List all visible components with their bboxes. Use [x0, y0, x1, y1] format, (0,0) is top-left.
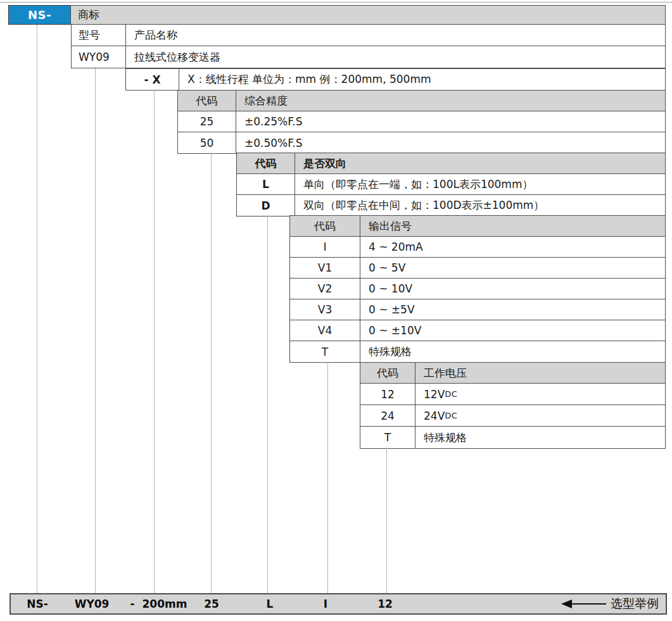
- code-header-cell: 代码: [290, 216, 360, 236]
- table-row: T 特殊规格: [290, 341, 665, 362]
- table-row: 50 ±0.50%F.S: [178, 132, 665, 153]
- value-cell: 特殊规格: [415, 427, 665, 448]
- voltage-header-cell: 工作电压: [415, 363, 665, 383]
- table-row: V4 0 ~ ±10V: [290, 320, 665, 341]
- table-row: L 单向（即零点在一端，如：100L表示100mm）: [237, 174, 665, 195]
- value-cell: 0 ~ ±5V: [360, 299, 665, 320]
- example-caption: 选型举例: [611, 596, 659, 612]
- value-cell: 0 ~ ±10V: [360, 320, 665, 341]
- connector-line-accuracy: [211, 153, 212, 593]
- top-divider: [0, 2, 672, 3]
- example-caption-group: 选型举例: [561, 594, 659, 613]
- table-row: V2 0 ~ 10V: [290, 279, 665, 299]
- code-cell: 25: [178, 111, 236, 132]
- code-header-cell: 代码: [178, 91, 236, 111]
- example-output: I: [324, 594, 327, 613]
- ordering-example-bar: NS- WY09 - 200mm 25 L I 12 选型举例: [10, 593, 667, 615]
- table-row: 25 ±0.25%F.S: [178, 111, 665, 132]
- trademark-label: 商标: [78, 8, 99, 22]
- code-cell: L: [237, 174, 295, 194]
- table-row: I 4 ~ 20mA: [290, 237, 665, 258]
- arrow-tail-line: [572, 603, 606, 605]
- table-row: D 双向（即零点在中间，如：100D表示±100mm）: [237, 195, 665, 216]
- code-cell: V3: [290, 299, 360, 320]
- value-cell: 24VDC: [415, 405, 665, 426]
- table-header-row: 代码 输出信号: [290, 216, 665, 237]
- table-row: V3 0 ~ ±5V: [290, 299, 665, 320]
- code-cell: 50: [178, 132, 236, 153]
- voltage-dc-suffix: DC: [445, 389, 457, 399]
- voltage-value: 12V: [424, 388, 445, 401]
- accuracy-header-cell: 综合精度: [236, 91, 665, 111]
- connector-line-stroke: [154, 90, 155, 593]
- example-stroke: 200mm: [143, 594, 187, 613]
- model-header-cell: 型号: [72, 25, 126, 46]
- table-row: V1 0 ~ 5V: [290, 258, 665, 279]
- table-row: 24 24VDC: [360, 405, 665, 427]
- output-signal-table: 代码 输出信号 I 4 ~ 20mA V1 0 ~ 5V V2 0 ~ 10V …: [289, 215, 666, 363]
- example-separator: -: [130, 594, 134, 613]
- example-voltage: 12: [377, 594, 393, 613]
- direction-header-cell: 是否双向: [295, 153, 665, 173]
- table-header-row: 代码 工作电压: [360, 363, 665, 384]
- table-header-row: 型号 产品名称: [72, 25, 665, 46]
- table-row: - X X：线性行程 单位为：mm 例：200mm, 500mm: [126, 69, 665, 90]
- example-accuracy: 25: [204, 594, 219, 613]
- table-row: T 特殊规格: [360, 427, 665, 448]
- model-code-cell: WY09: [72, 46, 126, 68]
- stroke-code-cell: - X: [126, 69, 179, 90]
- table-row: 12 12VDC: [360, 384, 665, 405]
- model-prefix-box: NS-: [8, 5, 71, 25]
- table-header-row: 代码 综合精度: [178, 91, 665, 111]
- value-cell: ±0.25%F.S: [236, 111, 665, 132]
- code-cell: D: [237, 195, 295, 216]
- value-cell: 单向（即零点在一端，如：100L表示100mm）: [295, 174, 665, 194]
- value-cell: ±0.50%F.S: [236, 132, 665, 153]
- direction-table: 代码 是否双向 L 单向（即零点在一端，如：100L表示100mm） D 双向（…: [236, 153, 666, 216]
- code-cell: 24: [360, 405, 415, 426]
- stroke-row: - X X：线性行程 单位为：mm 例：200mm, 500mm: [125, 68, 666, 91]
- trademark-row: 商标: [70, 5, 666, 25]
- code-cell: T: [360, 427, 415, 448]
- output-header-cell: 输出信号: [360, 216, 665, 236]
- value-cell: 双向（即零点在中间，如：100D表示±100mm）: [295, 195, 665, 216]
- table-row: WY09 拉线式位移变送器: [72, 46, 665, 68]
- model-table: 型号 产品名称 WY09 拉线式位移变送器: [71, 24, 666, 68]
- voltage-dc-suffix: DC: [445, 411, 457, 420]
- connector-line-voltage: [386, 448, 387, 593]
- voltage-value: 24V: [424, 410, 445, 422]
- connector-line-model: [95, 68, 96, 593]
- connector-line-output: [327, 362, 328, 593]
- code-cell: 12: [360, 384, 415, 405]
- code-cell: T: [290, 341, 360, 362]
- value-cell: 0 ~ 5V: [360, 258, 665, 278]
- value-cell: 0 ~ 10V: [360, 279, 665, 299]
- left-arrow-icon: [561, 599, 572, 608]
- accuracy-table: 代码 综合精度 25 ±0.25%F.S 50 ±0.50%F.S: [177, 90, 666, 154]
- example-model: WY09: [75, 594, 110, 613]
- code-cell: I: [290, 237, 360, 257]
- example-prefix: NS-: [27, 594, 48, 613]
- model-prefix-label: NS-: [28, 8, 51, 22]
- working-voltage-table: 代码 工作电压 12 12VDC 24 24VDC T 特殊规格: [360, 362, 666, 449]
- stroke-desc-cell: X：线性行程 单位为：mm 例：200mm, 500mm: [179, 69, 665, 90]
- product-name-cell: 拉线式位移变送器: [126, 46, 665, 68]
- code-cell: V4: [290, 320, 360, 341]
- connector-line-prefix: [37, 25, 37, 593]
- value-cell: 特殊规格: [360, 341, 665, 362]
- code-cell: V2: [290, 279, 360, 299]
- value-cell: 4 ~ 20mA: [360, 237, 665, 257]
- code-cell: V1: [290, 258, 360, 278]
- product-name-header-cell: 产品名称: [126, 25, 665, 46]
- example-direction: L: [267, 594, 274, 613]
- code-header-cell: 代码: [360, 363, 415, 383]
- table-header-row: 代码 是否双向: [237, 153, 665, 174]
- voltage-value: 特殊规格: [424, 430, 467, 445]
- code-header-cell: 代码: [237, 153, 295, 173]
- value-cell: 12VDC: [415, 384, 665, 405]
- connector-line-direction: [267, 215, 268, 593]
